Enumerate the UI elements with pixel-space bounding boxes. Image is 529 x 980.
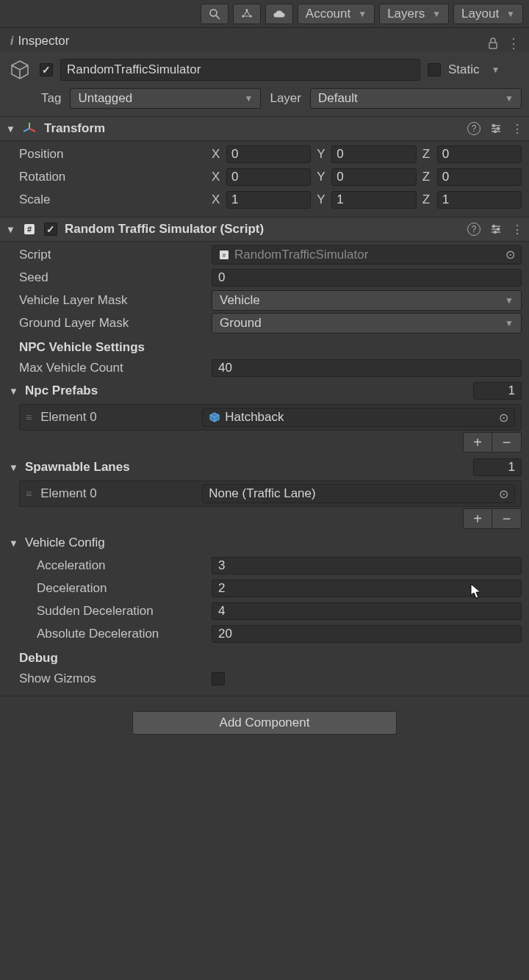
foldout-arrow[interactable]: ▼: [6, 224, 15, 235]
deceleration-input[interactable]: 2: [212, 580, 522, 597]
script-field[interactable]: # RandomTrafficSimulator ⊙: [212, 245, 522, 264]
svg-point-13: [497, 128, 500, 130]
layers-label: Layers: [387, 7, 425, 21]
transform-body: Position X0 Y0 Z0 Rotation X0 Y0 Z0 Scal…: [0, 141, 529, 217]
layer-dropdown[interactable]: Default ▼: [310, 88, 522, 109]
show-gizmos-checkbox[interactable]: [212, 672, 225, 685]
gameobject-name-field[interactable]: RandomTrafficSimulator: [60, 59, 420, 81]
services-icon[interactable]: [233, 4, 261, 24]
add-prefab-button[interactable]: +: [463, 432, 492, 453]
kebab-icon[interactable]: ⋮: [511, 122, 523, 136]
static-checkbox[interactable]: [428, 63, 441, 76]
rotation-y-input[interactable]: 0: [331, 168, 416, 186]
vehicle-mask-dropdown[interactable]: Vehicle ▼: [212, 290, 522, 311]
seed-label: Seed: [7, 270, 206, 285]
seed-input[interactable]: 0: [212, 269, 522, 287]
chevron-down-icon: ▼: [505, 93, 514, 104]
svg-point-14: [494, 131, 497, 133]
gameobject-enabled-checkbox[interactable]: [40, 63, 53, 76]
lock-icon[interactable]: [488, 37, 498, 49]
script-label: Script: [7, 248, 206, 262]
gameobject-header: RandomTrafficSimulator Static ▼: [0, 51, 529, 85]
preset-icon[interactable]: [489, 123, 503, 134]
show-gizmos-label: Show Gizmos: [7, 671, 206, 686]
script-file-icon: #: [218, 249, 230, 261]
add-component-area: Add Component: [0, 696, 529, 749]
chevron-down-icon: ▼: [358, 9, 367, 19]
acceleration-label: Acceleration: [7, 558, 206, 573]
remove-prefab-button[interactable]: −: [492, 432, 522, 453]
svg-point-12: [493, 125, 495, 127]
info-icon: i: [10, 35, 13, 48]
script-body: Script # RandomTrafficSimulator ⊙ Seed 0…: [0, 242, 529, 696]
kebab-icon[interactable]: ⋮: [511, 223, 523, 237]
ground-mask-label: Ground Layer Mask: [7, 316, 206, 331]
remove-lane-button[interactable]: −: [492, 508, 522, 529]
inspector-tab-label: Inspector: [18, 34, 69, 48]
foldout-arrow[interactable]: ▼: [6, 123, 15, 134]
svg-text:#: #: [223, 252, 226, 259]
layout-label: Layout: [461, 7, 499, 21]
npc-prefab-0-field[interactable]: Hatchback ⊙: [202, 408, 515, 427]
rotation-x-input[interactable]: 0: [226, 168, 311, 186]
npc-section-title: NPC Vehicle Settings: [7, 334, 522, 356]
absolute-decel-input[interactable]: 20: [212, 625, 522, 643]
npc-prefabs-foldout[interactable]: ▼ Npc Prefabs 1: [7, 379, 522, 403]
foldout-arrow: ▼: [9, 462, 19, 473]
deceleration-label: Deceleration: [7, 581, 206, 596]
help-icon[interactable]: ?: [467, 223, 481, 236]
object-picker-icon[interactable]: ⊙: [499, 411, 508, 425]
position-y-input[interactable]: 0: [331, 145, 416, 163]
foldout-arrow: ▼: [9, 538, 19, 549]
svg-line-1: [216, 15, 220, 19]
svg-point-21: [497, 228, 500, 231]
layers-dropdown[interactable]: Layers ▼: [379, 4, 449, 24]
position-z-input[interactable]: 0: [437, 145, 522, 163]
position-x-input[interactable]: 0: [226, 145, 311, 163]
svg-point-3: [242, 15, 244, 17]
drag-handle-icon[interactable]: ≡: [26, 488, 33, 500]
object-picker-icon[interactable]: ⊙: [499, 487, 508, 501]
kebab-icon[interactable]: ⋮: [507, 35, 520, 51]
transform-icon: [22, 121, 37, 136]
component-enabled-checkbox[interactable]: [44, 223, 57, 236]
spawnable-lanes-count[interactable]: 1: [473, 458, 522, 476]
transform-header[interactable]: ▼ Transform ? ⋮: [0, 116, 529, 141]
rotation-label: Rotation: [7, 170, 206, 184]
element-0-label: Element 0: [40, 486, 195, 501]
preset-icon[interactable]: [489, 223, 503, 235]
sudden-decel-input[interactable]: 4: [212, 602, 522, 620]
npc-prefabs-count[interactable]: 1: [473, 382, 522, 400]
lane-0-field[interactable]: None (Traffic Lane) ⊙: [202, 484, 515, 503]
help-icon[interactable]: ?: [467, 122, 481, 135]
gameobject-icon[interactable]: [7, 57, 32, 82]
svg-text:#: #: [27, 225, 32, 234]
spawnable-lanes-foldout[interactable]: ▼ Spawnable Lanes 1: [7, 455, 522, 479]
script-icon: #: [22, 222, 37, 237]
max-vehicle-input[interactable]: 40: [212, 359, 522, 377]
tag-dropdown[interactable]: Untagged ▼: [70, 88, 261, 109]
add-component-button[interactable]: Add Component: [132, 711, 397, 735]
cloud-icon[interactable]: [265, 4, 293, 24]
drag-handle-icon[interactable]: ≡: [26, 411, 33, 423]
vehicle-config-foldout[interactable]: ▼ Vehicle Config: [7, 532, 522, 554]
tag-layer-row: Tag Untagged ▼ Layer Default ▼: [0, 85, 529, 116]
rotation-z-input[interactable]: 0: [437, 168, 522, 186]
layout-dropdown[interactable]: Layout ▼: [453, 4, 523, 24]
vehicle-mask-label: Vehicle Layer Mask: [7, 293, 206, 308]
chevron-down-icon: ▼: [245, 93, 253, 104]
ground-mask-dropdown[interactable]: Ground ▼: [212, 313, 522, 334]
scale-y-input[interactable]: 1: [331, 191, 416, 209]
chevron-down-icon: ▼: [506, 9, 515, 19]
object-picker-icon[interactable]: ⊙: [505, 248, 515, 262]
search-icon[interactable]: [201, 4, 228, 24]
scale-x-input[interactable]: 1: [226, 191, 311, 209]
account-dropdown[interactable]: Account ▼: [298, 4, 375, 24]
inspector-tab[interactable]: i Inspector: [4, 31, 76, 51]
add-lane-button[interactable]: +: [463, 508, 492, 529]
scale-z-input[interactable]: 1: [437, 191, 522, 209]
element-0-label: Element 0: [40, 410, 195, 425]
static-dropdown-arrow[interactable]: ▼: [487, 65, 505, 75]
acceleration-input[interactable]: 3: [212, 557, 522, 574]
script-component-header[interactable]: ▼ # Random Traffic Simulator (Script) ? …: [0, 217, 529, 242]
